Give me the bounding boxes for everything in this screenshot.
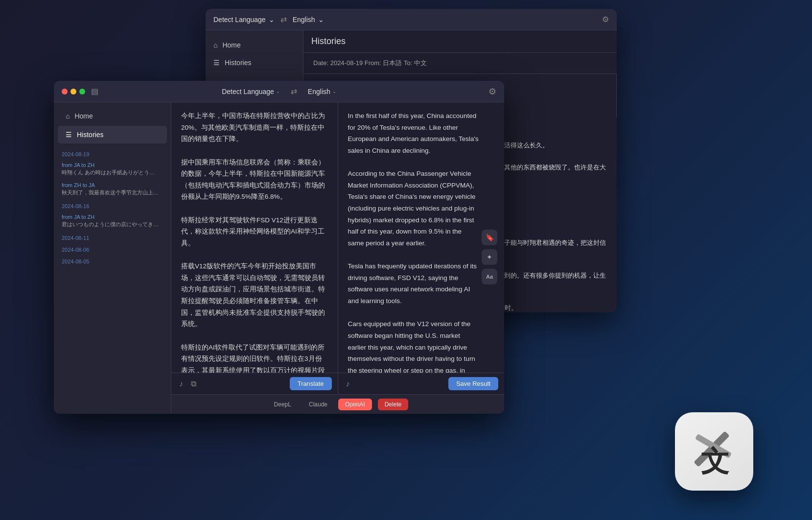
- histories-nav-label: Histories: [77, 131, 103, 139]
- bookmark-action-btn[interactable]: 🔖: [482, 230, 497, 245]
- back-settings-icon[interactable]: ⚙: [602, 15, 609, 24]
- settings-btn[interactable]: ⚙: [488, 87, 496, 96]
- history-1-from-to: from JA to ZH: [62, 162, 163, 168]
- sidebar-toggle-icon[interactable]: ▤: [91, 87, 98, 96]
- back-histories-label: Histories: [225, 59, 251, 67]
- back-sidebar-home[interactable]: ⌂ Home: [206, 36, 303, 54]
- delete-btn[interactable]: Delete: [378, 399, 409, 410]
- left-panel-text[interactable]: 今年上半年，中国市场在特斯拉营收中的占比为20%。与其他欧美汽车制造商一样，特斯…: [171, 102, 338, 373]
- detect-lang-chevron: ⌄: [276, 89, 280, 94]
- history-item-3[interactable]: from JA to ZH 君はいつものように僕の店にやってきた。光沢のある黒の…: [54, 211, 171, 231]
- swap-btn[interactable]: ⇄: [288, 85, 300, 98]
- history-date-3: 2024-08-16: [54, 199, 171, 211]
- app-icon-svg: 文: [685, 422, 743, 481]
- nav-home[interactable]: ⌂ Home: [58, 107, 167, 125]
- history-item-2[interactable]: from ZH to JA 秋天到了，我最喜欢这个季节北方山上的红叶，…: [54, 179, 171, 199]
- main-titlebar: ▤ Detect Language ⌄ ⇄ English ⌄ ⚙: [54, 81, 504, 102]
- ai-selector: DeepL Claude OpenAI Delete: [171, 394, 504, 414]
- back-home-icon: ⌂: [213, 41, 217, 49]
- right-panel-actions: 🔖 ✦ Aa: [482, 230, 497, 284]
- left-toolbar: ♪ ⧉ Translate: [171, 373, 338, 394]
- app-icon: 文: [675, 412, 753, 491]
- history-3-from-to: from JA to ZH: [62, 214, 163, 220]
- right-panel-text: In the first half of this year, China ac…: [338, 102, 505, 373]
- detect-language-btn[interactable]: Detect Language ⌄: [218, 86, 284, 97]
- back-detect-lang-chevron: ⌄: [269, 16, 275, 24]
- histories-nav-icon: ☰: [66, 131, 72, 139]
- back-english-label: English: [293, 16, 315, 24]
- right-speak-icon[interactable]: ♪: [344, 378, 352, 390]
- english-btn[interactable]: English ⌄: [304, 86, 340, 97]
- history-3-preview: 君はいつものように僕の店にやってきた。光沢のある黒のワンピースを身にまとった君、…: [62, 221, 160, 228]
- openai-btn[interactable]: OpenAI: [338, 399, 372, 410]
- translation-area: 今年上半年，中国市场在特斯拉营收中的占比为20%。与其他欧美汽车制造商一样，特斯…: [171, 102, 504, 414]
- history-date-1: 2024-08-19: [54, 147, 171, 159]
- back-histories-icon: ☰: [213, 59, 220, 67]
- back-sidebar-histories[interactable]: ☰ Histories: [206, 54, 303, 71]
- svg-text:文: 文: [701, 445, 729, 477]
- detect-language-label: Detect Language: [222, 88, 274, 95]
- english-chevron: ⌄: [332, 89, 336, 94]
- history-section: 2024-08-19 from JA to ZH 時翔くん あの時はお手紙ありが…: [54, 147, 171, 266]
- home-label: Home: [74, 112, 93, 120]
- back-swap-icon[interactable]: ⇄: [280, 15, 287, 24]
- english-label: English: [308, 88, 330, 95]
- history-date-6: 2024-08-05: [54, 255, 171, 266]
- right-toolbar: ♪ Save Result: [338, 373, 505, 394]
- right-panel: In the first half of this year, China ac…: [338, 102, 505, 394]
- titlebar-right: ⚙: [488, 86, 496, 97]
- history-2-from-to: from ZH to JA: [62, 182, 163, 188]
- translate-btn[interactable]: Translate: [290, 377, 332, 390]
- stars-action-btn[interactable]: ✦: [482, 249, 497, 265]
- back-date-bar: Date: 2024-08-19 From: 日本語 To: 中文: [303, 53, 617, 74]
- history-date-4: 2024-08-11: [54, 231, 171, 243]
- back-home-label: Home: [222, 41, 240, 49]
- main-content: ⌂ Home ☰ Histories 2024-08-19 from JA to…: [54, 102, 504, 414]
- back-detect-lang-label: Detect Language: [213, 16, 266, 24]
- history-item-1[interactable]: from JA to ZH 時翔くん あの時はお手紙ありがとう。私は震災から奇跡…: [54, 159, 171, 179]
- history-2-preview: 秋天到了，我最喜欢这个季节北方山上的红叶，…: [62, 189, 160, 196]
- back-histories-heading: Histories: [303, 30, 617, 53]
- nav-histories[interactable]: ☰ Histories: [58, 126, 167, 143]
- traffic-lights: [62, 89, 85, 95]
- history-date-5: 2024-08-06: [54, 243, 171, 255]
- main-window: ▤ Detect Language ⌄ ⇄ English ⌄ ⚙ ⌂ Home…: [54, 81, 504, 414]
- copy-icon[interactable]: ⧉: [189, 378, 198, 390]
- translation-panels: 今年上半年，中国市场在特斯拉营收中的占比为20%。与其他欧美汽车制造商一样，特斯…: [171, 102, 504, 394]
- left-panel: 今年上半年，中国市场在特斯拉营收中的占比为20%。与其他欧美汽车制造商一样，特斯…: [171, 102, 338, 394]
- claude-btn[interactable]: Claude: [302, 399, 334, 410]
- back-english-selector[interactable]: English ⌄: [293, 16, 324, 24]
- save-result-btn[interactable]: Save Result: [448, 377, 498, 390]
- deepl-btn[interactable]: DeepL: [267, 399, 298, 410]
- traffic-light-minimize[interactable]: [70, 89, 76, 95]
- traffic-light-close[interactable]: [62, 89, 68, 95]
- back-titlebar: Detect Language ⌄ ⇄ English ⌄ ⚙: [206, 9, 617, 30]
- main-sidebar: ⌂ Home ☰ Histories 2024-08-19 from JA to…: [54, 102, 171, 414]
- history-1-preview: 時翔くん あの時はお手紙ありがとう。私は震災から奇跡的に生き残って、今こうして長…: [62, 169, 160, 176]
- back-english-chevron: ⌄: [318, 16, 324, 24]
- home-icon: ⌂: [66, 112, 70, 120]
- traffic-light-maximize[interactable]: [79, 89, 85, 95]
- back-detect-language[interactable]: Detect Language ⌄: [213, 16, 275, 24]
- speak-icon[interactable]: ♪: [177, 378, 185, 390]
- titlebar-center: Detect Language ⌄ ⇄ English ⌄: [218, 85, 340, 98]
- aa-action-btn[interactable]: Aa: [482, 269, 497, 284]
